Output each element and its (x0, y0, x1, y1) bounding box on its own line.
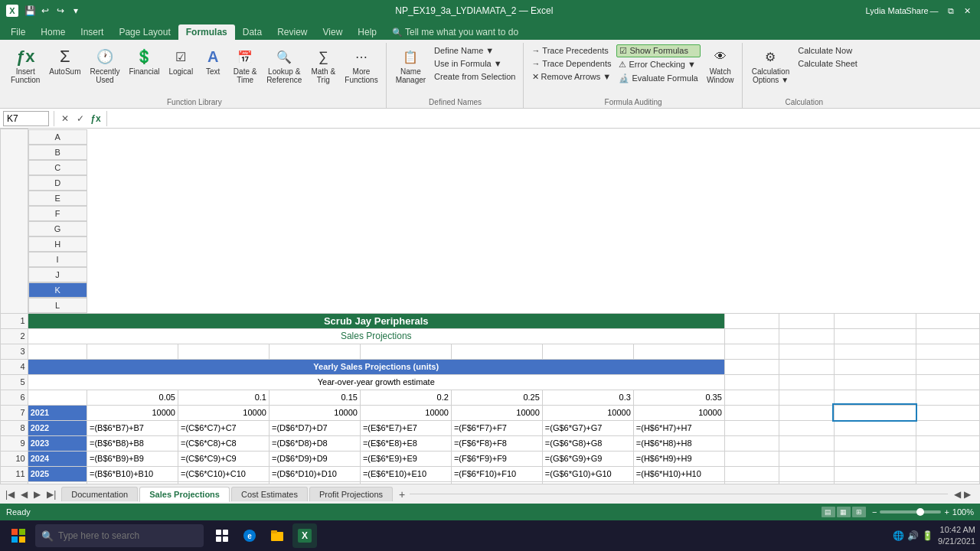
sheet-tab-documentation[interactable]: Documentation (61, 487, 138, 501)
cell-e7[interactable]: 10000 (360, 405, 451, 420)
cell-j5[interactable] (779, 374, 834, 390)
zoom-slider[interactable] (880, 510, 941, 514)
cell-l4[interactable] (916, 359, 979, 374)
cancel-formula-icon[interactable]: ✕ (59, 113, 71, 124)
cell-f6[interactable]: 0.25 (451, 390, 542, 405)
cell-g8[interactable]: =(G$6*G7)+G7 (542, 420, 633, 435)
customize-quick-access-button[interactable]: ▾ (69, 4, 83, 18)
col-header-b[interactable]: B (28, 145, 87, 160)
cell-i4[interactable] (724, 359, 779, 374)
cell-a11[interactable]: 2025 (28, 466, 87, 481)
normal-view-button[interactable]: ▤ (822, 507, 835, 517)
sheet-nav-last-button[interactable]: ▶| (44, 488, 58, 500)
cell-a8[interactable]: 2022 (28, 420, 87, 435)
cell-g6[interactable]: 0.3 (542, 390, 633, 405)
cell-l1[interactable] (916, 313, 979, 328)
cell-j4[interactable] (779, 359, 834, 374)
col-header-c[interactable]: C (28, 160, 87, 175)
cell-a6[interactable] (28, 390, 87, 405)
cell-b11[interactable]: =(B$6*B10)+B10 (87, 466, 178, 481)
col-header-f[interactable]: F (28, 206, 87, 221)
tab-view[interactable]: View (315, 24, 351, 40)
cell-d8[interactable]: =(D$6*D7)+D7 (269, 420, 360, 435)
cell-k6[interactable] (834, 390, 916, 405)
cell-i1[interactable] (724, 313, 779, 328)
col-header-d[interactable]: D (28, 175, 87, 191)
tab-file[interactable]: File (3, 24, 33, 40)
sheet-tab-cost-estimates[interactable]: Cost Estimates (231, 487, 308, 501)
math-trig-button[interactable]: ∑ Math &Trig (308, 44, 338, 86)
cell-l7[interactable] (916, 405, 979, 420)
cell-b9[interactable]: =(B$6*B8)+B8 (87, 435, 178, 451)
cell-h9[interactable]: =(H$6*H8)+H8 (633, 435, 724, 451)
cell-i9[interactable] (724, 435, 779, 451)
cell-i11[interactable] (724, 466, 779, 481)
more-functions-button[interactable]: ⋯ MoreFunctions (341, 44, 381, 86)
cell-i6[interactable] (724, 390, 779, 405)
cell-j9[interactable] (779, 435, 834, 451)
col-header-e[interactable]: E (28, 191, 87, 206)
cell-l11[interactable] (916, 466, 979, 481)
cell-i10[interactable] (724, 451, 779, 466)
tab-data[interactable]: Data (235, 24, 270, 40)
cell-b6[interactable]: 0.05 (87, 390, 178, 405)
cell-c10[interactable]: =(C$6*C9)+C9 (178, 451, 269, 466)
cell-h7[interactable]: 10000 (633, 405, 724, 420)
cell-d10[interactable]: =(D$6*D9)+D9 (269, 451, 360, 466)
sheet-scroll-right-icon[interactable]: ▶ (964, 489, 971, 500)
cell-c7[interactable]: 10000 (178, 405, 269, 420)
tab-review[interactable]: Review (270, 24, 315, 40)
cell-f10[interactable]: =(F$6*F9)+F9 (451, 451, 542, 466)
cell-h11[interactable]: =(H$6*H10)+H10 (633, 466, 724, 481)
cell-a10[interactable]: 2024 (28, 451, 87, 466)
redo-button[interactable]: ↪ (54, 4, 67, 18)
cell-f7[interactable]: 10000 (451, 405, 542, 420)
calculation-options-button[interactable]: ⚙ CalculationOptions ▼ (749, 44, 792, 86)
cell-b3[interactable] (87, 344, 178, 359)
define-name-button[interactable]: Define Name ▼ (432, 44, 518, 57)
cell-l5[interactable] (916, 374, 979, 390)
cell-k9[interactable] (834, 435, 916, 451)
cell-c8[interactable]: =(C$6*C7)+C7 (178, 420, 269, 435)
cell-c9[interactable]: =(C$6*C8)+C8 (178, 435, 269, 451)
taskbar-search-input[interactable] (58, 530, 181, 541)
col-header-i[interactable]: I (28, 252, 87, 267)
cell-g11[interactable]: =(G$6*G10)+G10 (542, 466, 633, 481)
excel-taskbar-button[interactable]: X (292, 523, 317, 548)
cell-e6[interactable]: 0.2 (360, 390, 451, 405)
cell-i8[interactable] (724, 420, 779, 435)
date-time-button[interactable]: 📅 Date &Time (230, 44, 260, 86)
cell-j7[interactable] (779, 405, 834, 420)
cell-f8[interactable]: =(F$6*F7)+F7 (451, 420, 542, 435)
use-in-formula-button[interactable]: Use in Formula ▼ (432, 57, 518, 70)
cell-j10[interactable] (779, 451, 834, 466)
cell-k2[interactable] (834, 328, 916, 344)
cell-h10[interactable]: =(H$6*H9)+H9 (633, 451, 724, 466)
cell-h3[interactable] (633, 344, 724, 359)
evaluate-formula-button[interactable]: 🔬 Evaluate Formula (616, 72, 700, 85)
cell-l3[interactable] (916, 344, 979, 359)
cell-e11[interactable]: =(E$6*E10)+E10 (360, 466, 451, 481)
cell-i3[interactable] (724, 344, 779, 359)
col-header-j[interactable]: J (28, 267, 87, 282)
cell-g9[interactable]: =(G$6*G8)+G8 (542, 435, 633, 451)
clock[interactable]: 10:42 AM 9/21/2021 (938, 524, 975, 548)
edge-browser-button[interactable]: e (237, 523, 262, 548)
cell-b10[interactable]: =(B$6*B9)+B9 (87, 451, 178, 466)
cell-l10[interactable] (916, 451, 979, 466)
cell-d3[interactable] (269, 344, 360, 359)
save-button[interactable]: 💾 (23, 4, 37, 18)
sheet-nav-next-button[interactable]: ▶ (31, 488, 43, 500)
add-sheet-button[interactable]: + (394, 487, 410, 502)
autosum-button[interactable]: Σ AutoSum (46, 44, 83, 77)
cell-j11[interactable] (779, 466, 834, 481)
task-view-button[interactable] (210, 523, 234, 548)
cell-k11[interactable] (834, 466, 916, 481)
file-explorer-button[interactable] (265, 523, 289, 548)
cell-k3[interactable] (834, 344, 916, 359)
cell-a7[interactable]: 2021 (28, 405, 87, 420)
restore-button[interactable]: ⧉ (945, 5, 957, 17)
cell-k10[interactable] (834, 451, 916, 466)
insert-function-formula-icon[interactable]: ƒx (90, 113, 102, 124)
create-from-selection-button[interactable]: Create from Selection (432, 70, 518, 83)
